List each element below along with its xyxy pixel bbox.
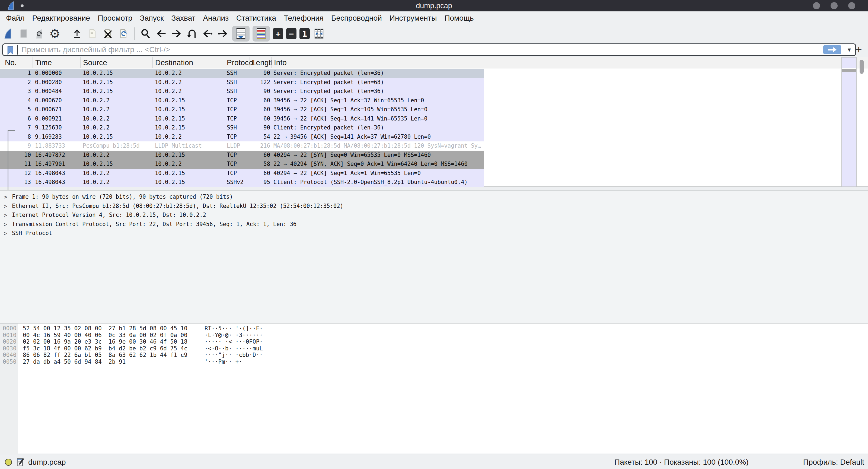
expert-info-icon[interactable]	[5, 459, 12, 466]
hex-row[interactable]: 001000 4c 16 59 40 00 40 06 0c 33 0a 00 …	[0, 332, 868, 339]
column-separator[interactable]	[484, 57, 484, 68]
go-back-button[interactable]	[155, 26, 167, 41]
packet-row[interactable]: 79.12563010.0.2.210.0.2.15SSH90Client: E…	[0, 123, 484, 133]
zoom-100-button[interactable]: 1	[300, 28, 310, 39]
hex-ascii: RT··5··· '·(]··E·	[205, 325, 263, 332]
detail-row[interactable]: >Internet Protocol Version 4, Src: 10.0.…	[0, 211, 868, 220]
reload-file-button[interactable]	[117, 26, 130, 41]
detail-row[interactable]: >Transmission Control Protocol, Src Port…	[0, 220, 868, 229]
hex-row[interactable]: 0030f5 3c 18 4f 00 00 62 b9 b4 d2 be b2 …	[0, 345, 868, 352]
column-separator[interactable]	[271, 57, 272, 68]
packet-row[interactable]: 10.00000010.0.2.1510.0.2.2SSH90Server: E…	[0, 69, 484, 78]
packet-row[interactable]: 20.00028010.0.2.1510.0.2.2SSH122Server: …	[0, 78, 484, 87]
filter-bookmark-icon[interactable]	[6, 46, 15, 55]
packet-row[interactable]: 89.16928310.0.2.1510.0.2.2TCP5422 → 3945…	[0, 133, 484, 142]
start-capture-button[interactable]	[2, 26, 14, 41]
menu-item[interactable]: Запуск	[136, 11, 167, 25]
colorize-toggle[interactable]	[252, 26, 270, 41]
save-file-button[interactable]	[86, 26, 99, 41]
packet-cell: Server: Encrypted packet (len=36)	[273, 87, 485, 96]
column-header[interactable]: Destination	[155, 57, 193, 68]
menu-item[interactable]: Редактирование	[29, 11, 94, 25]
menu-item[interactable]: Просмотр	[94, 11, 136, 25]
menu-item[interactable]: Беспроводной	[328, 11, 386, 25]
packet-cell: TCP	[227, 114, 250, 123]
column-separator[interactable]	[224, 57, 224, 68]
detail-row[interactable]: >Ethernet II, Src: PcsCompu_b1:28:5d (08…	[0, 202, 868, 211]
hex-offset: 0040	[3, 352, 17, 358]
go-forward-button[interactable]	[170, 26, 183, 41]
expander-icon[interactable]: >	[4, 220, 7, 229]
capture-options-gear-icon[interactable]: ⚙	[49, 26, 61, 41]
window-close-button[interactable]	[848, 2, 855, 9]
packet-cell: 122	[250, 78, 270, 87]
menu-item[interactable]: Помощь	[440, 11, 477, 25]
packet-cell: TCP	[227, 105, 250, 114]
packet-row[interactable]: 911.883733PcsCompu_b1:28:5dLLDP_Multicas…	[0, 141, 484, 151]
zoom-in-button[interactable]: +	[273, 28, 283, 39]
hex-row[interactable]: 002002 02 00 16 9a 20 e3 3c 16 9e 00 30 …	[0, 339, 868, 345]
find-packet-icon[interactable]	[140, 26, 152, 41]
restart-capture-button[interactable]	[33, 26, 45, 41]
detail-row[interactable]: >SSH Protocol	[0, 229, 868, 238]
packet-row[interactable]: 1016.49787210.0.2.210.0.2.15TCP6040294 →…	[0, 151, 484, 160]
column-header[interactable]: Protocol	[227, 57, 255, 68]
stop-capture-button[interactable]	[18, 26, 30, 41]
packet-cell: 9.125630	[35, 123, 81, 133]
menu-bar: ФайлРедактированиеПросмотрЗапускЗахватАн…	[0, 11, 868, 25]
menu-item[interactable]: Файл	[2, 11, 29, 25]
menu-item[interactable]: Захват	[167, 11, 199, 25]
expander-icon[interactable]: >	[4, 229, 7, 238]
display-filter-input[interactable]: Применить дисплейный фильтр ... <Ctrl-/>…	[2, 43, 856, 56]
go-last-packet-button[interactable]	[217, 26, 229, 41]
menu-item[interactable]: Телефония	[280, 11, 328, 25]
vertical-scrollbar-thumb[interactable]	[860, 60, 864, 74]
hex-row[interactable]: 004086 06 82 ff 22 6a b1 05 8a 63 62 62 …	[0, 352, 868, 358]
packet-cell: 4	[0, 96, 31, 105]
auto-scroll-toggle[interactable]	[232, 26, 250, 41]
packet-row[interactable]: 1316.49804310.0.2.210.0.2.15SSHv295Clien…	[0, 178, 484, 187]
add-filter-button[interactable]: +	[854, 43, 864, 56]
window-maximize-button[interactable]	[831, 2, 838, 9]
column-separator[interactable]	[152, 57, 153, 68]
column-header[interactable]: Info	[274, 57, 287, 68]
hex-row[interactable]: 005027 da db a4 50 6d 94 84 2b 91'···Pm·…	[0, 358, 868, 365]
menu-item[interactable]: Анализ	[199, 11, 232, 25]
apply-filter-button[interactable]	[823, 45, 841, 54]
detail-row[interactable]: >Frame 1: 90 bytes on wire (720 bits), 9…	[0, 193, 868, 202]
column-header[interactable]: Time	[35, 57, 52, 68]
intelligent-scrollbar-minimap[interactable]	[841, 57, 857, 187]
minimap-segment	[842, 69, 856, 72]
hex-row[interactable]: 000052 54 00 12 35 02 08 00 27 b1 28 5d …	[0, 325, 868, 332]
menu-item[interactable]: Статистика	[232, 11, 280, 25]
packet-row[interactable]: 50.00067110.0.2.210.0.2.15TCP6039456 → 2…	[0, 105, 484, 114]
zoom-out-button[interactable]: −	[286, 28, 297, 39]
packet-row[interactable]: 1116.49790110.0.2.1510.0.2.2TCP5822 → 40…	[0, 159, 484, 169]
column-header[interactable]: No.	[5, 57, 17, 68]
open-file-button[interactable]	[71, 26, 83, 41]
status-profile[interactable]: Профиль: Default	[803, 455, 864, 469]
packet-cell: 10.0.2.2	[83, 123, 153, 133]
go-first-packet-button[interactable]	[201, 26, 214, 41]
packet-row[interactable]: 30.00048410.0.2.1510.0.2.2SSH90Server: E…	[0, 87, 484, 96]
packet-cell: 10.0.2.2	[83, 169, 153, 178]
go-to-packet-button[interactable]	[186, 26, 198, 41]
capture-comment-icon[interactable]	[16, 458, 24, 467]
filter-placeholder-text: Применить дисплейный фильтр ... <Ctrl-/>	[22, 44, 170, 55]
packet-row[interactable]: 40.00067010.0.2.210.0.2.15TCP6039456 → 2…	[0, 96, 484, 105]
filter-dropdown-caret[interactable]: ▾	[848, 44, 851, 55]
expander-icon[interactable]: >	[4, 193, 7, 202]
packet-row[interactable]: 1216.49804310.0.2.210.0.2.15TCP6040294 →…	[0, 169, 484, 178]
column-header[interactable]: Source	[83, 57, 107, 68]
column-header[interactable]: Lengtl	[252, 57, 272, 68]
expander-icon[interactable]: >	[4, 211, 7, 220]
column-separator[interactable]	[80, 57, 81, 68]
packet-cell: LLDP	[227, 141, 250, 151]
expander-icon[interactable]: >	[4, 202, 7, 211]
close-file-button[interactable]	[102, 26, 114, 41]
window-minimize-button[interactable]	[813, 2, 820, 9]
packet-cell: 6	[0, 114, 31, 123]
packet-row[interactable]: 60.00092110.0.2.210.0.2.15TCP6039456 → 2…	[0, 114, 484, 123]
menu-item[interactable]: Инструменты	[386, 11, 441, 25]
resize-columns-button[interactable]	[313, 26, 325, 41]
